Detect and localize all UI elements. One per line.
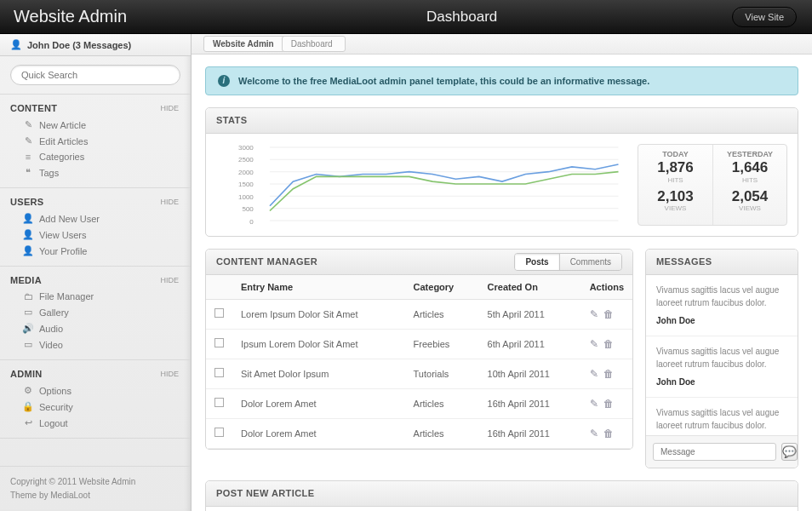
sidebar-item-label: Your Profile [39,246,87,256]
sidebar-item-label: File Manager [39,291,94,301]
sidebar-item-label: Edit Articles [39,136,88,146]
sidebar-item-label: View Users [39,230,86,240]
col-category: Category [405,275,479,300]
row-checkbox[interactable] [214,398,224,407]
edit-icon[interactable]: ✎ [590,398,598,410]
sidebar-item[interactable]: ≡Categories [0,149,191,164]
tab-comments[interactable]: Comments [559,254,621,270]
sidebar-item[interactable]: 🔊Audio [0,320,191,336]
gallery-icon: ▭ [22,307,34,318]
sidebar: 👤 John Doe (3 Messages) CONTENTHIDE✎New … [0,34,192,511]
sidebar-item[interactable]: ▭Gallery [0,304,191,320]
row-checkbox[interactable] [214,428,224,437]
video-icon: ▭ [22,339,34,350]
delete-icon[interactable]: 🗑 [603,428,614,439]
copyright: Copyright © 2011 Website Admin [10,475,180,489]
sidebar-item-label: Tags [39,168,59,178]
sidebar-item[interactable]: 👤View Users [0,227,191,243]
alert-text: Welcome to the free MediaLoot admin pane… [238,76,649,86]
new-article-icon: ✎ [22,119,34,130]
file-manager-icon: 🗀 [22,291,34,301]
hide-toggle[interactable]: HIDE [160,276,179,284]
sidebar-item[interactable]: ✎Edit Articles [0,133,191,149]
breadcrumb-item[interactable]: Website Admin [203,36,287,52]
cell-created: 10th April 2011 [479,359,581,388]
table-row: Lorem Ipsum Dolor Sit AmetArticles5th Ap… [206,299,632,329]
cell-category: Tutorials [405,359,479,388]
search-input[interactable] [10,65,180,85]
categories-icon: ≡ [22,152,34,162]
tab-posts[interactable]: Posts [515,254,558,270]
sidebar-footer: Copyright © 2011 Website Admin Theme by … [0,466,191,511]
delete-icon[interactable]: 🗑 [603,338,614,350]
sidebar-item[interactable]: 🗀File Manager [0,289,191,304]
message-input[interactable] [653,443,776,461]
stats-boxes: TODAY 1,876 HITS 2,103 VIEWS YESTERDAY 1… [638,144,787,226]
sidebar-item[interactable]: ⚙Options [0,382,191,399]
sidebar-item[interactable]: 🔒Security [0,399,191,415]
cell-entry: Lorem Ipsum Dolor Sit Amet [232,299,405,329]
cell-category: Articles [405,299,479,329]
sidebar-item[interactable]: ▭Video [0,336,191,353]
col-actions: Actions [581,275,632,300]
info-alert: i Welcome to the free MediaLoot admin pa… [205,66,798,95]
cell-category: Freebies [405,329,479,359]
nav-section-title: CONTENT [10,103,57,113]
hits-label: HITS [638,176,712,184]
sidebar-item[interactable]: 👤Your Profile [0,243,191,259]
delete-icon[interactable]: 🗑 [603,398,614,410]
today-views: 2,103 [638,189,712,205]
hide-toggle[interactable]: HIDE [160,370,179,378]
message-text: Vivamus sagittis lacus vel augue laoreet… [656,284,787,309]
view-site-button[interactable]: View Site [732,7,797,27]
cell-entry: Dolor Lorem Amet [232,418,405,448]
row-checkbox[interactable] [214,368,224,377]
cell-category: Articles [405,418,479,448]
table-row: Sit Amet Dolor IpsumTutorials10th April … [206,359,632,388]
main: Website Admin Dashboard i Welcome to the… [192,34,812,511]
edit-icon[interactable]: ✎ [590,338,598,350]
sidebar-item[interactable]: ❝Tags [0,164,191,181]
cell-entry: Dolor Lorem Amet [232,388,405,418]
hide-toggle[interactable]: HIDE [160,198,179,206]
sidebar-item[interactable]: ✎New Article [0,117,191,133]
hits-label: HITS [713,176,786,184]
post-new-article-panel: POST NEW ARTICLE [205,480,798,511]
nav-section-title: USERS [10,197,43,207]
row-checkbox[interactable] [214,308,224,318]
cell-created: 6th April 2011 [479,329,581,359]
sidebar-item-label: Options [39,386,71,396]
table-row: Dolor Lorem AmetArticles16th April 2011✎… [206,388,632,418]
today-label: TODAY [638,150,712,158]
edit-icon[interactable]: ✎ [590,308,598,320]
sidebar-item[interactable]: ↩Logout [0,415,191,431]
delete-icon[interactable]: 🗑 [603,308,614,320]
content-manager-tabs: Posts Comments [514,253,622,271]
user-icon: 👤 [10,39,22,50]
edit-icon[interactable]: ✎ [590,428,598,439]
hide-toggle[interactable]: HIDE [160,104,179,112]
sidebar-item[interactable]: 👤Add New User [0,210,191,227]
table-row: Ipsum Lorem Dolor Sit AmetFreebies6th Ap… [206,329,632,359]
audio-icon: 🔊 [22,323,34,334]
send-message-button[interactable]: 💬 [781,443,798,461]
cell-created: 5th April 2011 [479,299,581,329]
yesterday-views: 2,054 [713,189,786,205]
top-bar: Website Admin Dashboard View Site [0,0,812,34]
edit-articles-icon: ✎ [22,135,34,146]
stats-panel: STATS 300025002000150010005000 TODAY 1,8… [205,107,798,237]
add-user-icon: 👤 [22,213,34,224]
delete-icon[interactable]: 🗑 [603,368,614,380]
edit-icon[interactable]: ✎ [590,368,598,380]
sidebar-item-label: Gallery [39,307,69,318]
content-manager-panel: CONTENT MANAGER Posts Comments Entry Nam… [205,249,633,450]
stats-chart: 300025002000150010005000 [216,144,627,226]
security-icon: 🔒 [22,401,34,412]
messages-list[interactable]: Vivamus sagittis lacus vel augue laoreet… [646,275,798,435]
user-bar[interactable]: 👤 John Doe (3 Messages) [0,34,191,56]
breadcrumb-item[interactable]: Dashboard [282,36,346,52]
sidebar-item-label: Logout [39,418,68,428]
nav-section-title: MEDIA [10,275,42,285]
cell-created: 16th April 2011 [479,388,581,418]
row-checkbox[interactable] [214,338,224,347]
